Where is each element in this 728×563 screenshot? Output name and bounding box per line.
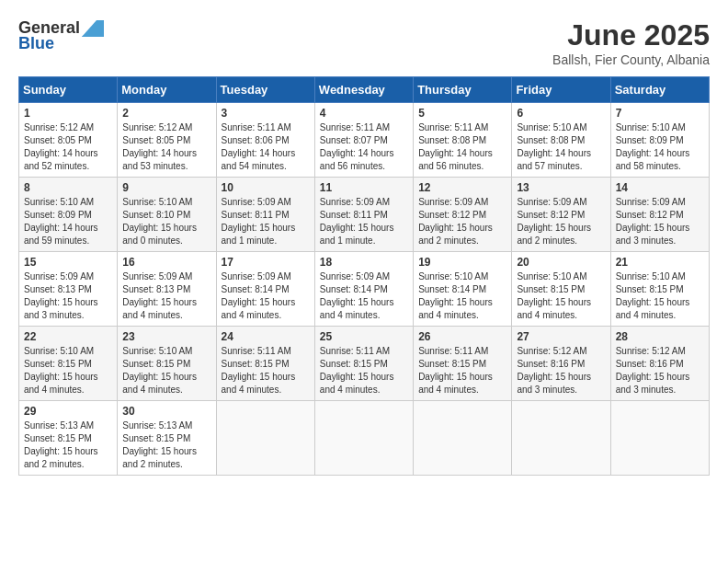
day-info: Sunrise: 5:10 AM Sunset: 8:10 PM Dayligh… bbox=[122, 196, 210, 247]
day-cell: 14 Sunrise: 5:09 AM Sunset: 8:12 PM Dayl… bbox=[610, 178, 709, 252]
day-number: 29 bbox=[24, 405, 112, 418]
day-info: Sunrise: 5:11 AM Sunset: 8:06 PM Dayligh… bbox=[222, 121, 310, 173]
day-info: Sunrise: 5:09 AM Sunset: 8:11 PM Dayligh… bbox=[320, 196, 408, 247]
day-cell: 8 Sunrise: 5:10 AM Sunset: 8:09 PM Dayli… bbox=[19, 178, 118, 252]
weekday-header-tuesday: Tuesday bbox=[216, 77, 314, 103]
day-info: Sunrise: 5:11 AM Sunset: 8:08 PM Dayligh… bbox=[418, 121, 506, 173]
day-cell: 17 Sunrise: 5:09 AM Sunset: 8:14 PM Dayl… bbox=[216, 252, 314, 327]
day-info: Sunrise: 5:09 AM Sunset: 8:14 PM Dayligh… bbox=[222, 270, 310, 322]
week-row-1: 1 Sunrise: 5:12 AM Sunset: 8:05 PM Dayli… bbox=[19, 103, 710, 178]
day-info: Sunrise: 5:11 AM Sunset: 8:07 PM Dayligh… bbox=[320, 121, 408, 173]
calendar-table: SundayMondayTuesdayWednesdayThursdayFrid… bbox=[18, 76, 710, 476]
logo: General Blue bbox=[18, 18, 104, 53]
day-number: 18 bbox=[320, 256, 408, 269]
day-info: Sunrise: 5:09 AM Sunset: 8:14 PM Dayligh… bbox=[320, 270, 408, 322]
day-cell: 3 Sunrise: 5:11 AM Sunset: 8:06 PM Dayli… bbox=[216, 103, 314, 178]
day-cell: 26 Sunrise: 5:11 AM Sunset: 8:15 PM Dayl… bbox=[414, 327, 512, 401]
day-number: 19 bbox=[418, 256, 506, 269]
day-cell: 21 Sunrise: 5:10 AM Sunset: 8:15 PM Dayl… bbox=[610, 252, 709, 327]
day-number: 9 bbox=[122, 181, 210, 194]
page-header: General Blue June 2025 Ballsh, Fier Coun… bbox=[18, 18, 710, 67]
day-cell: 5 Sunrise: 5:11 AM Sunset: 8:08 PM Dayli… bbox=[414, 103, 512, 178]
day-cell: 20 Sunrise: 5:10 AM Sunset: 8:15 PM Dayl… bbox=[512, 252, 610, 327]
logo-blue-text: Blue bbox=[18, 34, 54, 53]
day-cell bbox=[610, 401, 709, 476]
weekday-header-friday: Friday bbox=[512, 77, 610, 103]
day-number: 4 bbox=[320, 107, 408, 120]
day-cell bbox=[314, 401, 413, 476]
day-cell: 18 Sunrise: 5:09 AM Sunset: 8:14 PM Dayl… bbox=[314, 252, 413, 327]
day-number: 2 bbox=[122, 107, 210, 120]
day-cell: 1 Sunrise: 5:12 AM Sunset: 8:05 PM Dayli… bbox=[19, 103, 118, 178]
day-cell: 13 Sunrise: 5:09 AM Sunset: 8:12 PM Dayl… bbox=[512, 178, 610, 252]
day-number: 21 bbox=[616, 256, 704, 269]
day-number: 3 bbox=[222, 107, 310, 120]
day-info: Sunrise: 5:11 AM Sunset: 8:15 PM Dayligh… bbox=[320, 345, 408, 396]
day-cell: 22 Sunrise: 5:10 AM Sunset: 8:15 PM Dayl… bbox=[19, 327, 118, 401]
month-title: June 2025 bbox=[552, 18, 710, 52]
day-number: 6 bbox=[517, 107, 605, 120]
week-row-4: 22 Sunrise: 5:10 AM Sunset: 8:15 PM Dayl… bbox=[19, 327, 710, 401]
title-block: June 2025 Ballsh, Fier County, Albania bbox=[552, 18, 710, 67]
day-cell bbox=[512, 401, 610, 476]
day-info: Sunrise: 5:10 AM Sunset: 8:14 PM Dayligh… bbox=[418, 270, 506, 322]
day-info: Sunrise: 5:09 AM Sunset: 8:12 PM Dayligh… bbox=[418, 196, 506, 247]
day-number: 5 bbox=[418, 107, 506, 120]
day-number: 30 bbox=[122, 405, 210, 418]
day-number: 22 bbox=[24, 330, 112, 343]
day-number: 25 bbox=[320, 330, 408, 343]
day-info: Sunrise: 5:10 AM Sunset: 8:15 PM Dayligh… bbox=[122, 345, 210, 396]
day-number: 20 bbox=[517, 256, 605, 269]
week-row-5: 29 Sunrise: 5:13 AM Sunset: 8:15 PM Dayl… bbox=[19, 401, 710, 476]
day-info: Sunrise: 5:13 AM Sunset: 8:15 PM Dayligh… bbox=[122, 419, 210, 471]
weekday-header-saturday: Saturday bbox=[610, 77, 709, 103]
day-number: 12 bbox=[418, 181, 506, 194]
day-number: 15 bbox=[24, 256, 112, 269]
day-cell: 25 Sunrise: 5:11 AM Sunset: 8:15 PM Dayl… bbox=[314, 327, 413, 401]
weekday-header-monday: Monday bbox=[118, 77, 216, 103]
day-info: Sunrise: 5:11 AM Sunset: 8:15 PM Dayligh… bbox=[418, 345, 506, 396]
day-number: 8 bbox=[24, 181, 112, 194]
svg-marker-1 bbox=[82, 20, 104, 37]
day-cell bbox=[216, 401, 314, 476]
day-cell: 30 Sunrise: 5:13 AM Sunset: 8:15 PM Dayl… bbox=[118, 401, 216, 476]
day-cell: 2 Sunrise: 5:12 AM Sunset: 8:05 PM Dayli… bbox=[118, 103, 216, 178]
day-info: Sunrise: 5:11 AM Sunset: 8:15 PM Dayligh… bbox=[222, 345, 310, 396]
day-info: Sunrise: 5:09 AM Sunset: 8:12 PM Dayligh… bbox=[517, 196, 605, 247]
day-info: Sunrise: 5:12 AM Sunset: 8:05 PM Dayligh… bbox=[24, 121, 112, 173]
day-number: 11 bbox=[320, 181, 408, 194]
day-cell: 23 Sunrise: 5:10 AM Sunset: 8:15 PM Dayl… bbox=[118, 327, 216, 401]
day-cell: 16 Sunrise: 5:09 AM Sunset: 8:13 PM Dayl… bbox=[118, 252, 216, 327]
day-cell bbox=[414, 401, 512, 476]
day-info: Sunrise: 5:12 AM Sunset: 8:16 PM Dayligh… bbox=[616, 345, 704, 396]
day-info: Sunrise: 5:09 AM Sunset: 8:13 PM Dayligh… bbox=[122, 270, 210, 322]
day-number: 23 bbox=[122, 330, 210, 343]
day-number: 7 bbox=[616, 107, 704, 120]
day-number: 1 bbox=[24, 107, 112, 120]
day-number: 28 bbox=[616, 330, 704, 343]
day-number: 24 bbox=[222, 330, 310, 343]
day-info: Sunrise: 5:09 AM Sunset: 8:11 PM Dayligh… bbox=[222, 196, 310, 247]
day-info: Sunrise: 5:12 AM Sunset: 8:16 PM Dayligh… bbox=[517, 345, 605, 396]
day-info: Sunrise: 5:10 AM Sunset: 8:15 PM Dayligh… bbox=[517, 270, 605, 322]
day-info: Sunrise: 5:09 AM Sunset: 8:13 PM Dayligh… bbox=[24, 270, 112, 322]
day-cell: 28 Sunrise: 5:12 AM Sunset: 8:16 PM Dayl… bbox=[610, 327, 709, 401]
day-cell: 10 Sunrise: 5:09 AM Sunset: 8:11 PM Dayl… bbox=[216, 178, 314, 252]
day-info: Sunrise: 5:13 AM Sunset: 8:15 PM Dayligh… bbox=[24, 419, 112, 471]
day-number: 13 bbox=[517, 181, 605, 194]
week-row-3: 15 Sunrise: 5:09 AM Sunset: 8:13 PM Dayl… bbox=[19, 252, 710, 327]
location: Ballsh, Fier County, Albania bbox=[552, 52, 710, 67]
weekday-header-sunday: Sunday bbox=[19, 77, 118, 103]
day-info: Sunrise: 5:10 AM Sunset: 8:09 PM Dayligh… bbox=[24, 196, 112, 247]
day-cell: 7 Sunrise: 5:10 AM Sunset: 8:09 PM Dayli… bbox=[610, 103, 709, 178]
day-info: Sunrise: 5:10 AM Sunset: 8:09 PM Dayligh… bbox=[616, 121, 704, 173]
day-number: 16 bbox=[122, 256, 210, 269]
day-number: 26 bbox=[418, 330, 506, 343]
day-info: Sunrise: 5:10 AM Sunset: 8:08 PM Dayligh… bbox=[517, 121, 605, 173]
day-info: Sunrise: 5:12 AM Sunset: 8:05 PM Dayligh… bbox=[122, 121, 210, 173]
day-number: 10 bbox=[222, 181, 310, 194]
day-cell: 6 Sunrise: 5:10 AM Sunset: 8:08 PM Dayli… bbox=[512, 103, 610, 178]
day-number: 14 bbox=[616, 181, 704, 194]
logo-icon bbox=[82, 20, 104, 37]
day-cell: 24 Sunrise: 5:11 AM Sunset: 8:15 PM Dayl… bbox=[216, 327, 314, 401]
